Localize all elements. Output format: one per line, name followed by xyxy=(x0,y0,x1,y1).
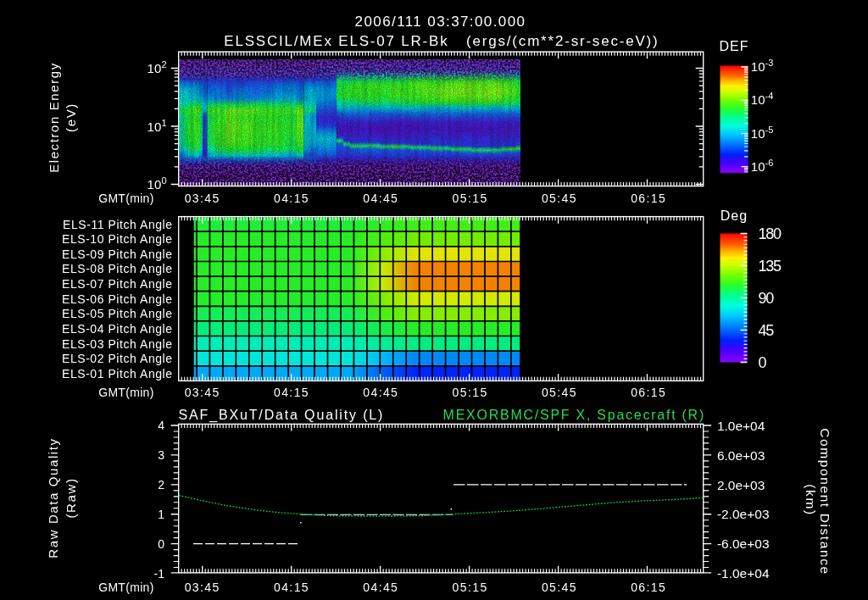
svg-text:-1: -1 xyxy=(154,567,165,581)
svg-text:0: 0 xyxy=(759,354,767,371)
svg-text:Raw Data Quality: Raw Data Quality xyxy=(46,437,60,558)
svg-text:05:45: 05:45 xyxy=(542,192,577,205)
svg-text:10: 10 xyxy=(147,61,162,75)
svg-text:0: 0 xyxy=(162,175,167,186)
svg-text:10: 10 xyxy=(751,59,765,74)
svg-text:2.0e+03: 2.0e+03 xyxy=(717,478,765,492)
svg-text:180: 180 xyxy=(759,225,782,242)
svg-text:03:45: 03:45 xyxy=(185,581,220,594)
svg-text:05:15: 05:15 xyxy=(453,192,488,205)
svg-text:(Raw): (Raw) xyxy=(64,478,78,519)
svg-text:ELS-07 Pitch Angle: ELS-07 Pitch Angle xyxy=(62,277,173,291)
svg-text:ELS-10 Pitch Angle: ELS-10 Pitch Angle xyxy=(62,232,173,246)
svg-text:SAF_BXuT/Data Quality (L): SAF_BXuT/Data Quality (L) xyxy=(179,408,385,423)
svg-text:-5: -5 xyxy=(765,125,774,135)
svg-text:03:45: 03:45 xyxy=(185,192,220,205)
svg-text:1: 1 xyxy=(158,508,164,521)
svg-text:135: 135 xyxy=(759,258,782,275)
svg-text:DEF: DEF xyxy=(720,39,749,53)
svg-text:Electron Energy: Electron Energy xyxy=(47,62,61,173)
svg-text:ELS-03 Pitch Angle: ELS-03 Pitch Angle xyxy=(62,337,173,351)
svg-text:ELS-06 Pitch Angle: ELS-06 Pitch Angle xyxy=(62,292,173,306)
svg-text:-2.0e+03: -2.0e+03 xyxy=(717,507,770,521)
svg-text:04:15: 04:15 xyxy=(274,581,309,594)
svg-text:04:45: 04:45 xyxy=(363,192,398,205)
svg-text:2006/111 03:37:00.000: 2006/111 03:37:00.000 xyxy=(355,14,526,30)
svg-text:1.0e+04: 1.0e+04 xyxy=(717,419,765,433)
svg-text:06:15: 06:15 xyxy=(631,581,666,594)
svg-text:04:15: 04:15 xyxy=(274,192,309,205)
svg-text:Deg: Deg xyxy=(721,208,748,223)
svg-text:GMT(min): GMT(min) xyxy=(98,581,153,594)
svg-text:ELS-04 Pitch Angle: ELS-04 Pitch Angle xyxy=(62,322,173,336)
svg-text:45: 45 xyxy=(759,322,775,339)
svg-text:10: 10 xyxy=(147,119,162,134)
svg-text:06:15: 06:15 xyxy=(631,192,666,205)
svg-text:6.0e+03: 6.0e+03 xyxy=(717,448,765,463)
svg-text:10: 10 xyxy=(147,177,162,192)
svg-text:-6.0e+03: -6.0e+03 xyxy=(717,536,770,551)
svg-text:ELS-11 Pitch Angle: ELS-11 Pitch Angle xyxy=(63,218,173,231)
svg-text:(eV): (eV) xyxy=(64,103,78,132)
svg-text:10: 10 xyxy=(751,126,765,141)
svg-text:90: 90 xyxy=(759,290,775,307)
svg-text:05:15: 05:15 xyxy=(453,581,488,594)
svg-text:-3: -3 xyxy=(765,58,774,68)
svg-text:10: 10 xyxy=(751,92,765,107)
svg-text:2: 2 xyxy=(158,478,164,492)
svg-text:10: 10 xyxy=(751,159,765,174)
svg-text:4: 4 xyxy=(158,419,164,432)
svg-text:05:15: 05:15 xyxy=(453,386,488,399)
svg-text:ELS-02 Pitch Angle: ELS-02 Pitch Angle xyxy=(62,352,173,365)
svg-text:ELS-05 Pitch Angle: ELS-05 Pitch Angle xyxy=(62,307,173,320)
svg-text:3: 3 xyxy=(158,448,164,462)
svg-text:04:45: 04:45 xyxy=(363,581,398,594)
svg-text:0: 0 xyxy=(158,537,164,551)
svg-text:-6: -6 xyxy=(765,158,774,168)
svg-text:Component Distance: Component Distance xyxy=(818,428,832,575)
svg-text:-1.0e+04: -1.0e+04 xyxy=(717,566,770,581)
svg-text:05:45: 05:45 xyxy=(542,386,577,399)
svg-text:04:45: 04:45 xyxy=(363,386,398,399)
svg-text:MEXORBMC/SPF X, Spacecraft (R): MEXORBMC/SPF X, Spacecraft (R) xyxy=(443,408,705,422)
svg-text:03:45: 03:45 xyxy=(185,386,220,399)
svg-text:2: 2 xyxy=(162,59,167,69)
svg-text:1: 1 xyxy=(162,118,167,128)
svg-text:ELS-01 Pitch Angle: ELS-01 Pitch Angle xyxy=(62,367,173,381)
svg-text:05:45: 05:45 xyxy=(542,581,577,594)
svg-text:(km): (km) xyxy=(804,484,818,515)
svg-text:GMT(min): GMT(min) xyxy=(98,386,153,399)
svg-text:06:15: 06:15 xyxy=(631,386,666,399)
svg-text:GMT(min): GMT(min) xyxy=(98,192,153,205)
svg-text:ELS-09 Pitch Angle: ELS-09 Pitch Angle xyxy=(62,247,173,261)
svg-text:-4: -4 xyxy=(765,91,774,101)
svg-text:ELSSCIL/MEx ELS-07 LR-Bk (erg: ELSSCIL/MEx ELS-07 LR-Bk (ergs/(cm**2-sr… xyxy=(224,33,659,49)
svg-text:ELS-08 Pitch Angle: ELS-08 Pitch Angle xyxy=(62,262,173,275)
svg-text:04:15: 04:15 xyxy=(274,386,309,399)
